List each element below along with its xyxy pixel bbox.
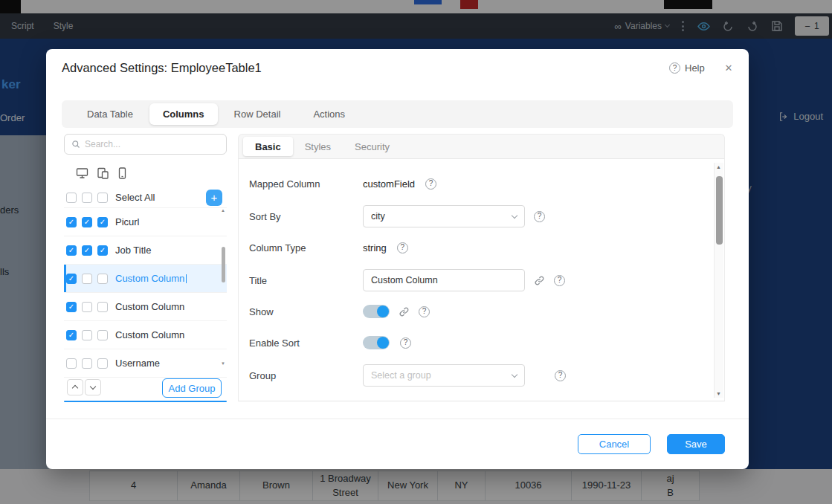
checkbox[interactable]: [97, 274, 108, 284]
group-select[interactable]: Select a group: [363, 364, 525, 387]
add-group-button[interactable]: Add Group: [162, 378, 222, 398]
tab-columns[interactable]: Columns: [149, 103, 218, 125]
checkbox[interactable]: [66, 245, 77, 256]
move-up-button[interactable]: [67, 379, 83, 395]
checkbox[interactable]: [97, 193, 108, 203]
chevron-down-icon: [512, 212, 517, 218]
field-label: Enable Sort: [249, 337, 363, 349]
mobile-icon[interactable]: [117, 167, 127, 179]
column-row[interactable]: Custom Column: [64, 293, 227, 321]
question-icon[interactable]: [554, 275, 565, 286]
field-label: Mapped Column: [249, 178, 363, 190]
footer-divider: [46, 419, 749, 419]
mapped-column-value: customField: [363, 178, 415, 190]
field-label: Sort By: [249, 211, 363, 222]
checkbox[interactable]: [66, 217, 77, 227]
sort-by-value: city: [371, 211, 385, 222]
column-label: Username: [115, 358, 160, 369]
cancel-button[interactable]: Cancel: [578, 434, 651, 454]
field-sort-by: Sort By city: [249, 205, 672, 227]
field-column-type: Column Type string: [249, 236, 672, 259]
tablet-icon[interactable]: [97, 167, 109, 179]
scroll-up-icon[interactable]: ▲: [716, 164, 721, 169]
enable-sort-toggle[interactable]: [363, 336, 390, 349]
column-label: Custom Column: [115, 329, 184, 340]
column-row[interactable]: Picurl: [64, 208, 227, 236]
scroll-down-icon[interactable]: ▼: [221, 361, 225, 366]
checkbox[interactable]: [97, 217, 108, 227]
panel-accent-line: [64, 401, 227, 402]
columns-scrollbar[interactable]: ▲ ▼: [221, 208, 226, 366]
column-row[interactable]: Username: [64, 349, 227, 378]
settings-body: Mapped Column customField Sort By city C…: [238, 159, 725, 401]
chevron-down-icon: [512, 371, 517, 377]
columns-panel: Select AllPicurlJob TitleCustom ColumnCu…: [64, 134, 227, 403]
checkbox[interactable]: [82, 245, 92, 256]
save-button[interactable]: Save: [667, 434, 725, 454]
checkbox[interactable]: [82, 330, 92, 340]
checkbox[interactable]: [82, 302, 92, 312]
column-label: Job Title: [115, 245, 151, 256]
column-label: Custom Column: [115, 273, 187, 284]
toggle-knob: [377, 306, 389, 317]
question-icon[interactable]: [397, 242, 408, 253]
desktop-icon[interactable]: [76, 167, 88, 179]
scrollbar-thumb[interactable]: [222, 247, 225, 282]
field-mapped-column: Mapped Column customField: [249, 172, 672, 195]
column-type-value: string: [363, 242, 387, 253]
scroll-down-icon[interactable]: ▼: [716, 391, 721, 396]
help-button[interactable]: Help: [669, 62, 705, 74]
column-row[interactable]: Job Title: [64, 236, 227, 265]
tab-styles[interactable]: Styles: [293, 137, 343, 156]
settings-scrollbar[interactable]: ▲ ▼: [714, 163, 723, 398]
question-icon[interactable]: [425, 178, 436, 190]
close-icon[interactable]: [721, 60, 736, 75]
field-label: Show: [249, 306, 363, 317]
checkbox[interactable]: [82, 217, 92, 227]
column-row[interactable]: Select All: [64, 187, 227, 208]
checkbox[interactable]: [66, 274, 77, 284]
question-icon[interactable]: [419, 306, 430, 317]
search-box: [64, 134, 227, 155]
checkbox[interactable]: [97, 245, 108, 256]
column-row[interactable]: Custom Column: [64, 265, 227, 293]
link-icon[interactable]: [534, 275, 545, 286]
tab-actions[interactable]: Actions: [297, 103, 361, 125]
column-label: Picurl: [115, 216, 140, 227]
question-icon[interactable]: [555, 370, 566, 381]
scroll-up-icon[interactable]: ▲: [221, 208, 225, 213]
checkbox[interactable]: [66, 358, 77, 369]
sort-by-select[interactable]: city: [363, 205, 525, 227]
move-down-button[interactable]: [85, 379, 101, 395]
field-group: Group Select a group: [249, 364, 672, 387]
tab-data-table[interactable]: Data Table: [71, 103, 149, 125]
scrollbar-thumb[interactable]: [716, 176, 723, 245]
tab-row-detail[interactable]: Row Detail: [218, 103, 297, 125]
checkbox[interactable]: [82, 274, 92, 284]
question-icon[interactable]: [534, 211, 545, 222]
checkbox[interactable]: [97, 302, 108, 312]
checkbox[interactable]: [66, 193, 77, 203]
column-label: Custom Column: [115, 301, 184, 312]
advanced-settings-modal: Advanced Settings: EmployeeTable1 Help D…: [46, 49, 749, 469]
search-input[interactable]: [85, 139, 211, 149]
checkbox[interactable]: [66, 330, 77, 340]
title-input[interactable]: [363, 269, 525, 291]
column-row[interactable]: Custom Column: [64, 321, 227, 349]
checkbox[interactable]: [66, 302, 77, 312]
show-toggle[interactable]: [363, 305, 390, 318]
add-column-button[interactable]: [206, 190, 222, 206]
field-title: Title: [249, 269, 672, 291]
checkbox[interactable]: [97, 358, 108, 369]
question-icon[interactable]: [400, 337, 411, 349]
toggle-knob: [377, 337, 389, 349]
search-icon: [71, 140, 80, 149]
checkbox[interactable]: [97, 330, 108, 340]
modal-tabs: Data TableColumnsRow DetailActions: [62, 100, 733, 128]
link-icon[interactable]: [399, 306, 410, 317]
tab-basic[interactable]: Basic: [243, 137, 293, 156]
chevron-down-icon: [90, 383, 96, 389]
checkbox[interactable]: [82, 193, 92, 203]
checkbox[interactable]: [82, 358, 92, 369]
tab-security[interactable]: Security: [343, 137, 402, 156]
